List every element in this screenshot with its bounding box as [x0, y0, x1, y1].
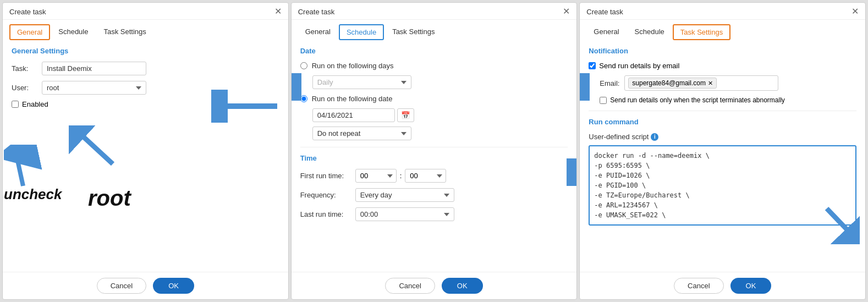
user-defined-label: User-defined script — [589, 133, 649, 141]
dialog-1-footer: Cancel OK — [3, 272, 288, 299]
svg-line-5 — [77, 131, 113, 164]
tab-schedule-1[interactable]: Schedule — [51, 24, 95, 40]
date-time-divider — [300, 147, 568, 147]
tab-general-1[interactable]: General — [9, 24, 50, 40]
cancel-button-1[interactable]: Cancel — [97, 278, 146, 294]
user-defined-row: User-defined script i — [589, 133, 856, 141]
tab-task-settings-3[interactable]: Task Settings — [673, 24, 730, 40]
arrow-left-repeat — [567, 158, 576, 186]
notification-title: Notification — [589, 47, 856, 55]
radio-following-days-row: Run on the following days — [300, 62, 568, 70]
send-abnormal-row: Send run details only when the script te… — [600, 96, 856, 104]
ok-button-1[interactable]: OK — [153, 278, 194, 294]
enabled-row: Enabled — [12, 100, 279, 108]
user-field-row: User: root — [12, 81, 279, 95]
tab-task-settings-2[interactable]: Task Settings — [385, 24, 442, 40]
send-email-checkbox[interactable] — [589, 62, 596, 69]
radio-days-label: Run on the following days — [312, 62, 394, 70]
radio-following-date-row: Run on the following date — [300, 95, 568, 103]
dialog-schedule: Create task ✕ General Schedule Task Sett… — [291, 2, 578, 300]
radio-following-date[interactable] — [300, 95, 307, 102]
task-label: Task: — [12, 64, 42, 73]
dialog-3-footer: Cancel OK — [580, 272, 865, 299]
enabled-checkbox[interactable] — [12, 101, 19, 108]
send-abnormal-label: Send run details only when the script te… — [610, 96, 785, 104]
email-tag: supergate84@gmail.com ✕ — [628, 78, 717, 89]
email-input-wrap[interactable]: supergate84@gmail.com ✕ — [624, 75, 778, 91]
dialog-1-body: General Settings Task: User: root Enable… — [3, 40, 288, 272]
dialog-2-close[interactable]: ✕ — [563, 7, 570, 16]
general-settings-title: General Settings — [12, 47, 279, 55]
time-section-title: Time — [300, 154, 568, 162]
email-value: supergate84@gmail.com — [632, 79, 706, 87]
radio-date-label: Run on the following date — [312, 95, 393, 103]
date-section-title: Date — [300, 47, 568, 55]
dialog-2-tabs: General Schedule Task Settings — [292, 20, 577, 40]
dialog-1-header: Create task ✕ — [3, 3, 288, 20]
last-run-row: Last run time: 00:00 — [300, 207, 568, 221]
user-select[interactable]: root — [42, 81, 146, 95]
repeat-select[interactable]: Do not repeat Daily Weekly Monthly — [312, 127, 411, 140]
arrow-up-checkbox — [4, 145, 42, 189]
ok-button-3[interactable]: OK — [730, 278, 772, 294]
dialog-3-title: Create task — [586, 8, 623, 16]
enabled-label: Enabled — [22, 100, 48, 108]
dialog-2-title: Create task — [298, 8, 334, 16]
cancel-button-3[interactable]: Cancel — [674, 278, 723, 294]
dialog-3-body: Notification Send run details by email E… — [580, 40, 865, 272]
tab-general-2[interactable]: General — [298, 24, 338, 40]
tab-task-settings-1[interactable]: Task Settings — [96, 24, 153, 40]
dialog-2-footer: Cancel OK — [292, 272, 577, 299]
send-email-row: Send run details by email — [589, 62, 856, 70]
frequency-row: Frequency: Every day Every hour Every 30… — [300, 188, 568, 202]
tab-schedule-3[interactable]: Schedule — [628, 24, 672, 40]
repeat-row: Do not repeat Daily Weekly Monthly — [312, 127, 568, 140]
first-run-row: First run time: 00 : 00 — [300, 169, 568, 183]
dialog-3-close[interactable]: ✕ — [851, 7, 859, 16]
tab-general-3[interactable]: General — [586, 24, 626, 40]
date-input[interactable] — [312, 108, 395, 122]
date-input-row: 📅 — [312, 108, 568, 122]
email-row: Email: supergate84@gmail.com ✕ — [600, 75, 856, 91]
dialog-task-settings: Create task ✕ General Schedule Task Sett… — [579, 2, 866, 300]
arrow-right-task-settings — [580, 73, 590, 101]
svg-line-1 — [16, 153, 23, 186]
frequency-select[interactable]: Every day Every hour Every 30 minutes — [355, 188, 454, 202]
first-run-hours[interactable]: 00 — [355, 169, 397, 183]
email-remove-icon[interactable]: ✕ — [708, 80, 713, 87]
user-label: User: — [12, 84, 42, 92]
task-field-row: Task: — [12, 62, 279, 75]
calendar-button[interactable]: 📅 — [397, 108, 414, 122]
info-icon[interactable]: i — [651, 133, 658, 141]
tab-schedule-2[interactable]: Schedule — [339, 24, 384, 40]
root-annotation: root — [88, 186, 131, 211]
notification-run-divider — [589, 111, 856, 111]
last-run-label: Last run time: — [300, 210, 355, 218]
script-box[interactable]: docker run -d --name=deemix \ -p 6595:65… — [589, 145, 856, 226]
dialog-3-header: Create task ✕ — [580, 3, 865, 20]
cancel-button-2[interactable]: Cancel — [385, 278, 435, 294]
time-colon: : — [400, 172, 402, 180]
first-run-minutes[interactable]: 00 — [405, 169, 446, 183]
dialog-2-body: Date Run on the following days Daily Run… — [292, 40, 577, 272]
radio-following-days[interactable] — [300, 62, 307, 69]
ok-button-2[interactable]: OK — [442, 278, 483, 294]
uncheck-annotation: uncheck — [4, 186, 62, 203]
send-abnormal-checkbox[interactable] — [600, 97, 607, 104]
dialog-2-header: Create task ✕ — [292, 3, 577, 20]
last-run-select[interactable]: 00:00 — [355, 207, 454, 221]
daily-select[interactable]: Daily — [312, 75, 411, 89]
run-command-title: Run command — [589, 118, 856, 126]
dialog-1-title: Create task — [9, 8, 46, 16]
arrow-user-select — [69, 125, 118, 169]
dialog-general: Create task ✕ General Schedule Task Sett… — [2, 2, 289, 300]
first-run-label: First run time: — [300, 172, 355, 180]
dialog-3-tabs: General Schedule Task Settings — [580, 20, 865, 40]
frequency-label: Frequency: — [300, 191, 355, 199]
task-input[interactable] — [42, 62, 146, 75]
dialog-1-close[interactable]: ✕ — [274, 7, 282, 16]
first-run-time-inputs: 00 : 00 — [355, 169, 447, 183]
send-email-label: Send run details by email — [599, 62, 679, 70]
email-label: Email: — [600, 79, 624, 87]
dialog-1-tabs: General Schedule Task Settings — [3, 20, 288, 40]
